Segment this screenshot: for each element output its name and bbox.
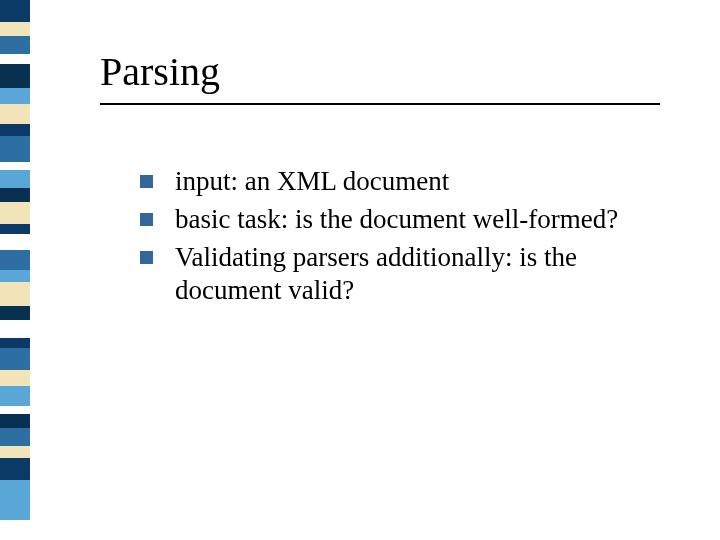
square-bullet-icon <box>140 251 153 264</box>
stripe-segment <box>0 386 30 406</box>
list-item: input: an XML document <box>140 165 640 199</box>
stripe-segment <box>0 54 30 64</box>
title-underline <box>100 103 660 105</box>
stripe-segment <box>0 162 30 170</box>
list-item: Validating parsers additionally: is the … <box>140 241 640 309</box>
stripe-segment <box>0 414 30 428</box>
stripe-segment <box>0 480 30 520</box>
slide-content: Parsing input: an XML document basic tas… <box>100 48 680 312</box>
stripe-segment <box>0 124 30 136</box>
stripe-segment <box>0 0 30 22</box>
stripe-segment <box>0 458 30 480</box>
stripe-segment <box>0 270 30 282</box>
stripe-segment <box>0 36 30 54</box>
stripe-segment <box>0 446 30 458</box>
stripe-segment <box>0 136 30 162</box>
stripe-segment <box>0 406 30 414</box>
stripe-segment <box>0 348 30 370</box>
bullet-text: input: an XML document <box>175 165 449 199</box>
stripe-segment <box>0 320 30 338</box>
square-bullet-icon <box>140 213 153 226</box>
stripe-segment <box>0 188 30 202</box>
bullet-text: Validating parsers additionally: is the … <box>175 241 640 309</box>
stripe-segment <box>0 370 30 386</box>
stripe-segment <box>0 64 30 88</box>
stripe-segment <box>0 306 30 320</box>
stripe-segment <box>0 250 30 270</box>
stripe-segment <box>0 224 30 234</box>
list-item: basic task: is the document well-formed? <box>140 203 640 237</box>
stripe-segment <box>0 282 30 306</box>
stripe-segment <box>0 338 30 348</box>
stripe-segment <box>0 22 30 36</box>
bullet-list: input: an XML document basic task: is th… <box>140 165 640 308</box>
square-bullet-icon <box>140 175 153 188</box>
stripe-segment <box>0 428 30 446</box>
decorative-left-stripe <box>0 0 30 540</box>
stripe-segment <box>0 104 30 124</box>
stripe-segment <box>0 234 30 250</box>
slide-title: Parsing <box>100 48 680 95</box>
stripe-segment <box>0 202 30 224</box>
bullet-text: basic task: is the document well-formed? <box>175 203 618 237</box>
stripe-segment <box>0 88 30 104</box>
stripe-segment <box>0 170 30 188</box>
